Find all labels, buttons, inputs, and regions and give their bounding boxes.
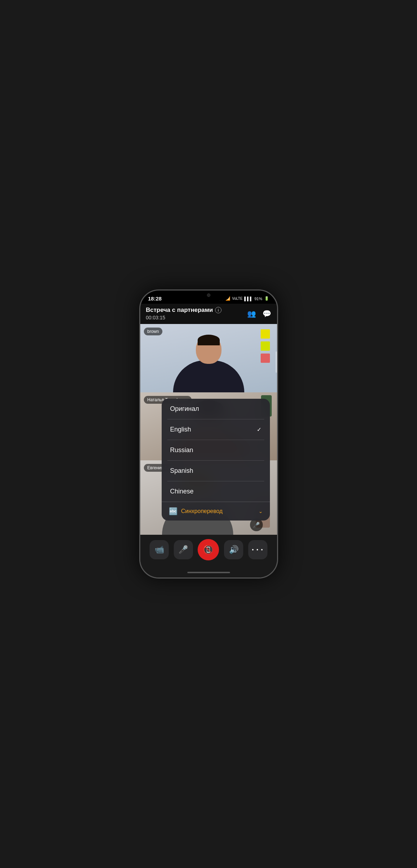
signal-icon: VoLTE — [232, 297, 243, 300]
sync-translate-label: Синхроперевод — [181, 508, 255, 514]
sticky-note-red — [261, 354, 270, 363]
phone-inner: 18:28 ⏰ 📶 VoLTE ▌▌▌ 91% 🔋 Встреча с парт… — [140, 291, 277, 577]
dropdown-chevron-icon: ⌄ — [259, 508, 263, 514]
battery-icon: 🔋 — [264, 296, 269, 301]
sticky-note-yellow1 — [261, 329, 270, 339]
dropdown-item-original[interactable]: Оригинал — [162, 399, 270, 419]
sticky-note-yellow2 — [261, 341, 270, 351]
mic-off-icon: 🎤 — [253, 522, 260, 528]
video-grid: brown Наталья Тимофеева — [140, 324, 277, 535]
dropdown-item-chinese[interactable]: Chinese — [162, 481, 270, 502]
phone-frame: 18:28 ⏰ 📶 VoLTE ▌▌▌ 91% 🔋 Встреча с парт… — [139, 289, 278, 579]
video-tile-top: brown — [140, 324, 277, 392]
sticky-notes — [261, 329, 270, 363]
end-call-icon: 📵 — [203, 545, 214, 555]
chat-icon[interactable]: 💬 — [262, 309, 271, 318]
mic-icon: 🎤 — [178, 545, 188, 554]
person-silhouette — [173, 335, 244, 392]
dropdown-item-english[interactable]: English ✓ — [162, 419, 270, 440]
video-button[interactable]: 📹 — [150, 540, 169, 559]
camera-icon — [207, 293, 210, 297]
end-call-button[interactable]: 📵 — [198, 539, 219, 560]
spanish-label: Spanish — [170, 467, 193, 475]
bottom-controls: 📹 🎤 📵 🔊 • • • — [140, 535, 277, 570]
english-checkmark: ✓ — [257, 426, 261, 433]
more-icon: • • • — [252, 547, 263, 553]
notch — [187, 291, 230, 300]
speaker-button[interactable]: 🔊 — [224, 540, 243, 559]
battery-label: 91% — [254, 297, 262, 301]
english-label: English — [170, 426, 191, 433]
speaker-icon: 🔊 — [229, 545, 239, 554]
person-hair — [198, 335, 220, 345]
status-bar: 18:28 ⏰ 📶 VoLTE ▌▌▌ 91% 🔋 — [140, 291, 277, 304]
dropdown-footer[interactable]: 🔤 Синхроперевод ⌄ — [162, 502, 270, 521]
home-indicator-area — [140, 570, 277, 577]
video-icon: 📹 — [155, 545, 164, 554]
more-button[interactable]: • • • — [248, 540, 267, 559]
meeting-title: Встреча с партнерами i — [146, 307, 222, 314]
header-left: Встреча с партнерами i 00:03:15 — [146, 307, 222, 320]
chinese-label: Chinese — [170, 488, 194, 495]
info-icon[interactable]: i — [215, 307, 221, 313]
participants-icon[interactable]: 👥 — [247, 309, 256, 318]
dropdown-item-russian[interactable]: Russian — [162, 440, 270, 460]
translate-icon: 🔤 — [169, 507, 178, 516]
russian-label: Russian — [170, 446, 193, 454]
meeting-timer: 00:03:15 — [146, 315, 222, 320]
scroll-bar — [276, 351, 277, 373]
network-bars: ▌▌▌ — [244, 297, 252, 301]
participant-label-top: brown — [144, 328, 163, 335]
language-dropdown[interactable]: Оригинал English ✓ Russian — [162, 399, 270, 521]
status-time: 18:28 — [148, 296, 162, 302]
original-label: Оригинал — [170, 405, 199, 413]
dropdown-item-spanish[interactable]: Spanish — [162, 461, 270, 481]
mic-button[interactable]: 🎤 — [174, 540, 193, 559]
header: Встреча с партнерами i 00:03:15 👥 💬 — [140, 304, 277, 324]
home-indicator — [187, 572, 230, 573]
person-shoulders — [173, 360, 244, 392]
person-head — [196, 335, 221, 364]
header-right: 👥 💬 — [247, 309, 271, 318]
meeting-title-text: Встреча с партнерами — [146, 307, 213, 314]
